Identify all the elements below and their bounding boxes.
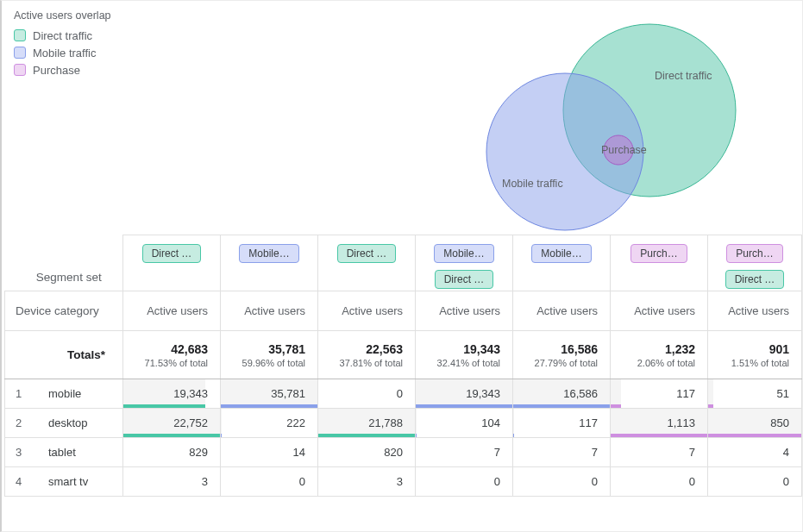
table-cell[interactable]: 22,752 (123, 409, 221, 438)
venn-label-purchase: Purchase (601, 144, 647, 156)
segment-chip-direct[interactable]: Direct … (435, 270, 494, 289)
column-header-chips: Purch… (611, 235, 708, 291)
row-dimension: 3tablet (5, 438, 123, 467)
column-total: 42,68371.53% of total (123, 331, 221, 379)
row-dimension: 2desktop (5, 409, 123, 438)
table-cell[interactable]: 3 (123, 467, 221, 497)
table-cell[interactable]: 35,781 (221, 379, 318, 409)
segment-chip-direct[interactable]: Direct … (337, 244, 397, 263)
column-header-chips: Mobile…Direct … (416, 235, 513, 291)
table-row[interactable]: 2desktop22,75222221,7881041171,113850 (5, 409, 802, 438)
column-total: 19,34332.41% of total (416, 331, 513, 379)
column-total: 9011.51% of total (708, 331, 802, 379)
column-total: 35,78159.96% of total (221, 331, 318, 379)
legend-label: Mobile traffic (33, 47, 96, 59)
segment-set-heading: Segment set (5, 235, 123, 291)
metric-heading[interactable]: Active users (221, 291, 318, 331)
segment-chip-direct[interactable]: Direct … (725, 270, 785, 289)
venn-diagram: Direct traffic Mobile traffic Purchase (394, 18, 800, 234)
column-header-chips: Mobile… (513, 235, 611, 291)
table-cell[interactable]: 0 (513, 467, 611, 497)
table-cell[interactable]: 7 (416, 438, 513, 467)
table-cell[interactable]: 0 (708, 467, 802, 497)
legend-swatch (14, 29, 26, 41)
totals-label: Totals* (5, 331, 123, 379)
column-total: 22,56337.81% of total (318, 331, 416, 379)
column-header-chips: Mobile… (221, 235, 318, 291)
table-cell[interactable]: 829 (123, 438, 221, 467)
table-cell[interactable]: 21,788 (318, 409, 416, 438)
dimension-heading[interactable]: Device category (5, 291, 123, 331)
table-row[interactable]: 4smart tv3030000 (5, 467, 802, 497)
table-cell[interactable]: 117 (513, 409, 611, 438)
row-dimension: 4smart tv (5, 467, 123, 497)
table-cell[interactable]: 16,586 (513, 379, 611, 409)
column-header-chips: Direct … (318, 235, 416, 291)
table-cell[interactable]: 19,343 (416, 379, 513, 409)
table-cell[interactable]: 0 (318, 379, 416, 409)
table-row[interactable]: 1mobile19,34335,781019,34316,58611751 (5, 379, 802, 409)
segment-chip-direct[interactable]: Direct … (142, 244, 202, 263)
column-header-chips: Direct … (123, 235, 221, 291)
table-cell[interactable]: 117 (611, 379, 708, 409)
row-dimension: 1mobile (5, 379, 123, 409)
metric-heading[interactable]: Active users (611, 291, 708, 331)
segment-chip-mobile[interactable]: Mobile… (239, 244, 298, 263)
column-total: 16,58627.79% of total (513, 331, 611, 379)
segment-chip-purchase[interactable]: Purch… (726, 244, 783, 263)
metric-heading[interactable]: Active users (318, 291, 416, 331)
table-cell[interactable]: 7 (513, 438, 611, 467)
venn-label-mobile: Mobile traffic (502, 178, 563, 190)
segment-table: Segment set Direct …Mobile…Direct …Mobil… (4, 235, 801, 497)
segment-chip-mobile[interactable]: Mobile… (531, 244, 591, 263)
table-cell[interactable]: 0 (611, 467, 708, 497)
table-cell[interactable]: 820 (318, 438, 416, 467)
table-row[interactable]: 3tablet829148207774 (5, 438, 802, 467)
column-total: 1,2322.06% of total (611, 331, 708, 379)
metric-heading[interactable]: Active users (416, 291, 513, 331)
table-cell[interactable]: 1,113 (611, 409, 708, 438)
table-cell[interactable]: 14 (221, 438, 318, 467)
table-cell[interactable]: 51 (708, 379, 802, 409)
metric-heading[interactable]: Active users (708, 291, 802, 331)
table-cell[interactable]: 7 (611, 438, 708, 467)
table-cell[interactable]: 3 (318, 467, 416, 497)
legend-label: Direct traffic (33, 29, 92, 42)
column-header-chips: Purch…Direct … (708, 235, 802, 291)
table-cell[interactable]: 0 (416, 467, 513, 497)
table-cell[interactable]: 4 (708, 438, 802, 467)
table-cell[interactable]: 222 (221, 409, 318, 438)
legend-swatch (14, 47, 26, 59)
legend-swatch (14, 64, 26, 76)
table-cell[interactable]: 19,343 (123, 379, 221, 409)
venn-label-direct: Direct traffic (655, 70, 712, 82)
table-cell[interactable]: 850 (708, 409, 802, 438)
metric-heading[interactable]: Active users (513, 291, 611, 331)
segment-chip-mobile[interactable]: Mobile… (434, 244, 493, 263)
legend-label: Purchase (33, 64, 80, 77)
segment-chip-purchase[interactable]: Purch… (630, 244, 687, 263)
metric-heading[interactable]: Active users (123, 291, 221, 331)
table-cell[interactable]: 0 (221, 467, 318, 497)
table-cell[interactable]: 104 (416, 409, 513, 438)
